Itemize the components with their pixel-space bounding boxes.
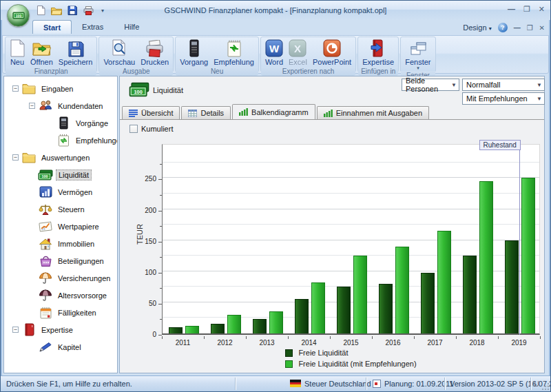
tree-item-vermoegen[interactable]: Vermögen xyxy=(4,183,117,200)
variant-combobox[interactable]: Mit Empfehlungen▼ xyxy=(462,92,545,105)
qat-customize-arrow-icon[interactable]: ▾ xyxy=(101,8,104,14)
tree-item-steuern[interactable]: Steuern xyxy=(4,200,117,218)
word-button[interactable]: W Word xyxy=(262,38,286,67)
ribbon-tab-row: Start Extras Hilfe Design ▾ ? — ❐ ✕ xyxy=(1,20,550,35)
application-menu-button[interactable]: 100 xyxy=(7,4,30,27)
resize-grip[interactable] xyxy=(541,382,549,390)
tree-item-altersvorsorge[interactable]: Altersvorsorge xyxy=(4,287,117,304)
tree-item-kapitel[interactable]: Kapitel xyxy=(4,338,117,355)
drucken-button[interactable]: Drucken xyxy=(138,38,171,67)
gridline xyxy=(163,177,539,178)
excel-button[interactable]: X Excel xyxy=(286,38,310,67)
restore-button[interactable]: ❐ xyxy=(523,5,530,14)
tree-item-immobilien[interactable]: Immobilien xyxy=(4,235,117,252)
notepad-icon xyxy=(56,134,71,147)
tab-uebersicht[interactable]: Übersicht xyxy=(122,106,180,119)
bar-chart-icon xyxy=(38,185,53,199)
design-menu[interactable]: Design ▾ xyxy=(463,23,491,32)
register-icon xyxy=(56,116,71,130)
x-axis-label: 2018 xyxy=(456,339,498,347)
mdi-restore-button[interactable]: ❐ xyxy=(527,24,533,32)
chart-bar xyxy=(421,273,435,333)
ribbon-tab-start[interactable]: Start xyxy=(32,20,72,34)
save-icon xyxy=(67,39,84,57)
x-axis-tick xyxy=(330,336,331,339)
folder-icon xyxy=(21,151,37,165)
powerpoint-button[interactable]: PowerPoint xyxy=(310,38,354,67)
tree-item-vorgaenge[interactable]: Vorgänge xyxy=(4,114,117,132)
collapse-icon[interactable]: − xyxy=(12,327,19,333)
mdi-close-button[interactable]: ✕ xyxy=(539,24,545,32)
x-axis-tick xyxy=(204,336,205,339)
x-axis-label: 2019 xyxy=(498,339,540,347)
neu-button[interactable]: Neu xyxy=(7,38,28,67)
tree-item-empfehlungen[interactable]: Empfehlungen xyxy=(4,132,117,149)
y-axis-tick xyxy=(158,335,162,336)
ribbon-group-neu: Vorgang Empfehlung Neu xyxy=(175,37,259,72)
table-icon xyxy=(188,110,197,117)
status-truncated: U xyxy=(534,380,539,388)
chart-bar xyxy=(463,256,477,333)
chart-plot xyxy=(162,144,540,335)
tree-item-auswertungen[interactable]: − Auswertungen xyxy=(4,149,117,166)
book-arrow-icon xyxy=(369,39,387,57)
umbrella-dark-icon xyxy=(38,289,53,302)
open-button[interactable] xyxy=(51,5,62,16)
y-axis-tick xyxy=(160,195,162,196)
save-button[interactable] xyxy=(67,5,78,16)
tree-item-liquiditaet[interactable]: 100 Liquidität xyxy=(4,166,117,183)
tree-item-faelligkeiten[interactable]: Fälligkeiten xyxy=(4,304,117,321)
y-axis-tick xyxy=(160,226,162,227)
ribbon-group-exportieren: W Word X Excel PowerPoint Exportieren na… xyxy=(260,37,356,72)
calendar-icon xyxy=(38,306,53,320)
minimize-button[interactable]: — xyxy=(508,5,515,14)
ribbon-group-einfuegen: Expertise Einfügen in xyxy=(357,37,399,72)
money-icon: 100 xyxy=(38,168,53,182)
tab-details[interactable]: Details xyxy=(181,106,231,119)
vorgang-button[interactable]: Vorgang xyxy=(177,38,211,67)
expertise-button[interactable]: Expertise xyxy=(360,38,397,67)
close-button[interactable]: ✕ xyxy=(539,5,545,14)
tree-item-expertise[interactable]: − Expertise xyxy=(4,321,117,338)
persons-combobox[interactable]: Beide Personen▼ xyxy=(402,79,459,91)
ribbon-tab-hilfe[interactable]: Hilfe xyxy=(114,20,149,34)
scenario-combobox[interactable]: Normalfall▼ xyxy=(462,79,545,91)
tree-item-versicherungen[interactable]: Versicherungen xyxy=(4,269,117,287)
gridline xyxy=(163,162,539,163)
tree-item-wertpapiere[interactable]: Wertpapiere xyxy=(4,218,117,235)
chevron-down-icon: ▼ xyxy=(451,82,457,88)
print-button[interactable] xyxy=(83,5,94,16)
collapse-icon[interactable]: − xyxy=(29,103,35,109)
chart-bar xyxy=(395,247,409,333)
kumuliert-checkbox[interactable]: Kumuliert xyxy=(129,125,173,133)
notepad-icon xyxy=(227,39,242,57)
x-axis-label: 2015 xyxy=(330,339,372,347)
new-document-button[interactable] xyxy=(35,5,46,16)
y-axis-label: 50 xyxy=(136,300,156,307)
people-icon xyxy=(38,99,53,113)
chart-page: Kumuliert TEUR Freie LiquiditätFreie Liq… xyxy=(120,119,544,373)
mdi-minimize-button[interactable]: — xyxy=(514,24,521,32)
ribbon-tab-extras[interactable]: Extras xyxy=(72,20,114,34)
help-icon[interactable]: ? xyxy=(498,23,508,32)
collapse-icon[interactable]: − xyxy=(12,154,19,161)
tab-balkendiagramm[interactable]: Balkendiagramm xyxy=(232,104,315,119)
fenster-button[interactable]: Fenster ▾ xyxy=(402,38,433,71)
vorschau-button[interactable]: Vorschau xyxy=(101,38,138,67)
empfehlung-button[interactable]: Empfehlung xyxy=(211,38,257,67)
chart-bar xyxy=(337,287,351,333)
house-icon xyxy=(38,237,53,251)
collapse-icon[interactable]: − xyxy=(12,85,19,92)
x-axis-label: 2016 xyxy=(372,339,414,347)
y-axis-label: 200 xyxy=(136,207,156,214)
tree-item-eingaben[interactable]: − Eingaben xyxy=(4,80,117,97)
annotation-line xyxy=(519,141,520,335)
chevron-down-icon: ▼ xyxy=(537,96,542,102)
oeffnen-button[interactable]: Öffnen xyxy=(28,38,56,67)
speichern-button[interactable]: Speichern xyxy=(56,38,96,67)
tab-einnahmen-mit-ausgaben[interactable]: Einnahmen mit Ausgaben xyxy=(317,106,429,119)
tree-item-kundendaten[interactable]: − Kundendaten xyxy=(4,97,117,114)
scales-icon xyxy=(38,203,53,216)
tree-item-beteiligungen[interactable]: Beteiligungen xyxy=(4,252,117,269)
chart-bar xyxy=(295,299,309,333)
